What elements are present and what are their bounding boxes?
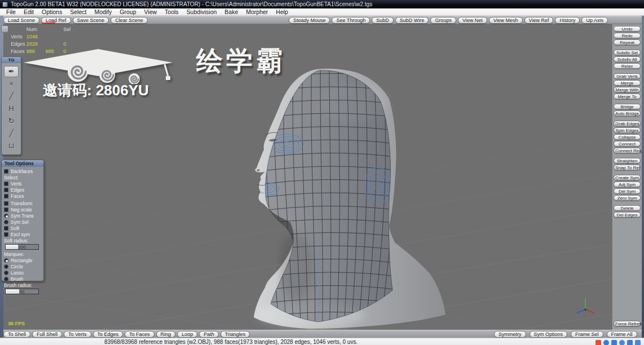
save-scene-button[interactable]: Save Scene xyxy=(73,17,109,24)
menu-item-edit[interactable]: Edit xyxy=(20,8,38,16)
subdiv-sel-button[interactable]: Subdiv Sel xyxy=(614,50,641,55)
frame-sel-button[interactable]: Frame Sel xyxy=(571,331,603,338)
adj-sym-button[interactable]: Adj Sym xyxy=(614,182,641,187)
load-scene-button[interactable]: Load Scene xyxy=(3,17,39,24)
soft-checkbox[interactable]: Soft xyxy=(4,225,41,231)
checkbox-icon[interactable] xyxy=(4,182,8,186)
menu-item-modify[interactable]: Modify xyxy=(90,8,116,16)
see-through-button[interactable]: See Through xyxy=(332,17,370,24)
soft-radius-slider[interactable]: 200 xyxy=(5,244,39,250)
del-sym-button[interactable]: Del Sym xyxy=(614,188,641,194)
menu-item-options[interactable]: Options xyxy=(38,8,66,16)
checkbox-icon[interactable] xyxy=(4,207,8,212)
create-sym-button[interactable]: Create Sym xyxy=(614,175,641,180)
select-tool-icon[interactable]: ✒ xyxy=(4,66,19,77)
radio-icon[interactable] xyxy=(4,214,8,218)
circle-radio[interactable]: Circle xyxy=(4,264,41,269)
to-edges-button[interactable]: To Edges xyxy=(93,331,123,338)
bridge-tool-icon[interactable]: Η xyxy=(4,103,19,114)
to-shell-button[interactable]: To Shell xyxy=(3,331,30,338)
view-mesh-button[interactable]: View Mesh xyxy=(489,17,523,24)
delete-button[interactable]: Delete xyxy=(614,205,641,211)
path-button[interactable]: Path xyxy=(199,331,219,338)
menu-item-tools[interactable]: Tools xyxy=(161,8,183,16)
snap-to-ref-button[interactable]: Snap To Ref xyxy=(614,165,641,170)
edges-checkbox[interactable]: Edges xyxy=(4,187,41,193)
steady-mouse-button[interactable]: Steady Mouse xyxy=(289,17,330,24)
neg-scale-checkbox[interactable]: Neg scale xyxy=(4,207,41,213)
radio-icon[interactable] xyxy=(4,258,8,263)
spin-edges-button[interactable]: Spin Edges xyxy=(614,127,641,133)
sym-trans-radio[interactable]: Sym Trans xyxy=(4,213,41,219)
clear-scene-button[interactable]: Clear Scene xyxy=(111,17,148,24)
merge-button[interactable]: Merge xyxy=(614,80,641,86)
subdiv-all-button[interactable]: Subdiv All xyxy=(614,56,641,62)
connect-button[interactable]: Connect xyxy=(614,141,641,147)
menu-item-view[interactable]: View xyxy=(140,8,161,16)
faces-checkbox[interactable]: Faces xyxy=(4,193,41,199)
tool-palette-title[interactable]: TG xyxy=(2,57,21,63)
brush-tool-icon[interactable]: ↻ xyxy=(4,116,19,127)
menu-item-group[interactable]: Group xyxy=(116,8,140,16)
tubes-tool-icon[interactable]: ⊔ xyxy=(4,140,19,152)
draw-tool-icon[interactable]: ╱ xyxy=(4,91,19,102)
history-button[interactable]: History xyxy=(555,17,580,24)
del-edges-button[interactable]: Del Edges xyxy=(614,212,641,218)
sym-sel-radio[interactable]: Sym Sel xyxy=(4,219,41,225)
radio-icon[interactable] xyxy=(4,271,8,275)
ring-button[interactable]: Ring xyxy=(156,331,176,338)
transform-checkbox[interactable]: Transform xyxy=(4,201,41,206)
frame-all-button[interactable]: Frame All xyxy=(607,331,637,338)
grab-verts-button[interactable]: Grab Verts xyxy=(614,73,641,79)
loop-button[interactable]: Loop xyxy=(177,331,197,338)
excl-sym-checkbox[interactable]: Excl sym xyxy=(4,232,41,237)
full-shell-button[interactable]: Full Shell xyxy=(32,331,62,338)
undo-button[interactable]: Undo xyxy=(614,26,641,32)
delete-tool-icon[interactable]: × xyxy=(4,78,19,90)
to-faces-button[interactable]: To Faces xyxy=(125,331,155,338)
groups-button[interactable]: Groups xyxy=(430,17,456,24)
brush-radius-slider[interactable]: 50 xyxy=(5,289,39,294)
redo-button[interactable]: Redo xyxy=(614,33,641,38)
symmetry-button[interactable]: Symmetry xyxy=(494,331,526,338)
force-refresh-button[interactable]: Force Refresh xyxy=(614,321,641,326)
verts-checkbox[interactable]: Verts xyxy=(4,181,41,187)
subd-button[interactable]: SubD xyxy=(372,17,394,24)
radio-icon[interactable] xyxy=(4,220,8,224)
lasso-radio[interactable]: Lasso xyxy=(4,270,41,276)
zero-sym-button[interactable]: Zero Sym xyxy=(614,195,641,201)
radio-icon[interactable] xyxy=(4,264,8,269)
menu-item-subdivision[interactable]: Subdivision xyxy=(183,8,221,16)
merge-with-button[interactable]: Merge With xyxy=(614,87,641,92)
checkbox-icon[interactable] xyxy=(4,169,8,174)
auto-bridge-button[interactable]: Auto Bridge xyxy=(614,110,641,116)
collapse-button[interactable]: Collapse xyxy=(614,134,641,140)
backfaces-checkbox[interactable]: Backfaces xyxy=(4,169,41,174)
view-net-button[interactable]: View Net xyxy=(458,17,487,24)
viewport-3d[interactable]: 36 FPS xyxy=(3,24,612,330)
view-ref-button[interactable]: View Ref xyxy=(524,17,554,24)
merge-to-button[interactable]: Merge To xyxy=(614,94,641,99)
subd-wire-button[interactable]: SubD Wire xyxy=(395,17,429,24)
straighten-button[interactable]: Straighten xyxy=(614,158,641,163)
menu-item-help[interactable]: Help xyxy=(272,8,292,16)
pen-tool-icon[interactable]: ╱ xyxy=(4,128,19,139)
bridge-button[interactable]: Bridge xyxy=(614,104,641,109)
relax-button[interactable]: Relax xyxy=(614,63,641,69)
sym-options-button[interactable]: Sym Options xyxy=(530,331,568,338)
menu-item-select[interactable]: Select xyxy=(66,8,90,16)
radio-icon[interactable] xyxy=(4,277,8,281)
repeat-button[interactable]: Repeat xyxy=(614,39,641,45)
rectangle-radio[interactable]: Rectangle xyxy=(4,258,41,263)
grab-edges-button[interactable]: Grab Edges xyxy=(614,121,641,126)
brush-radio[interactable]: Brush xyxy=(4,276,41,282)
menu-item-morpher[interactable]: Morpher xyxy=(242,8,272,16)
triangles-button[interactable]: Triangles xyxy=(220,331,250,338)
checkbox-icon[interactable] xyxy=(4,194,8,198)
checkbox-icon[interactable] xyxy=(4,232,8,237)
checkbox-icon[interactable] xyxy=(4,226,8,231)
tool-options-title[interactable]: Tool Options xyxy=(2,160,43,167)
to-verts-button[interactable]: To Verts xyxy=(64,331,91,338)
checkbox-icon[interactable] xyxy=(4,188,8,192)
checkbox-icon[interactable] xyxy=(4,201,8,206)
